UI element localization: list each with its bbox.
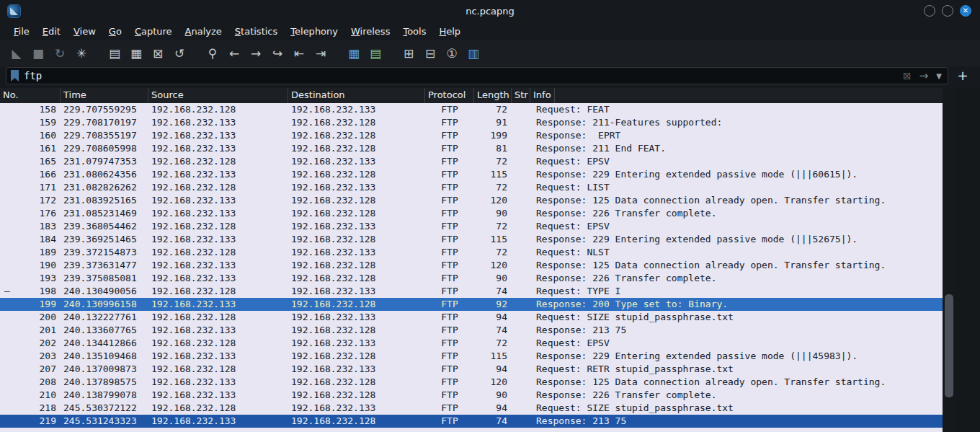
- packet-row[interactable]: 184 239.369251465 192.168.232.133 192.16…: [0, 233, 943, 246]
- column-header-no[interactable]: No.: [0, 88, 61, 103]
- packet-number: 189: [40, 247, 56, 257]
- cell-info: Request: NLST: [530, 246, 610, 259]
- cell-destination: 192.168.232.133: [288, 363, 425, 376]
- packet-row[interactable]: 219 245.531243323 192.168.232.133 192.16…: [0, 415, 943, 428]
- go-last-packet-icon[interactable]: ⇥: [310, 44, 331, 63]
- cell-protocol: FTP: [425, 194, 474, 207]
- zoom-in-icon[interactable]: ⊞: [398, 44, 419, 63]
- packet-row[interactable]: 158 229.707559295 192.168.232.128 192.16…: [0, 103, 943, 116]
- menu-item[interactable]: Telephony: [284, 24, 344, 39]
- cell-info: Request: EPSV: [530, 155, 610, 168]
- packet-row[interactable]: 160 229.708355197 192.168.232.133 192.16…: [0, 129, 943, 142]
- packet-row[interactable]: 176 231.085231469 192.168.232.133 192.16…: [0, 207, 943, 220]
- cell-source: 192.168.232.128: [148, 363, 288, 376]
- cell-length: 94: [474, 311, 512, 324]
- packet-row[interactable]: 161 229.708605998 192.168.232.133 192.16…: [0, 142, 943, 155]
- titlebar: nc.pcapng ✕: [0, 0, 980, 22]
- reload-icon[interactable]: ↺: [169, 44, 190, 63]
- cell-length: 72: [474, 103, 512, 116]
- capture-start-icon[interactable]: ◣: [6, 44, 27, 63]
- file-open-icon[interactable]: ▤: [104, 44, 125, 63]
- packet-row[interactable]: 210 240.138799078 192.168.232.133 192.16…: [0, 389, 943, 402]
- packet-row[interactable]: 165 231.079747353 192.168.232.128 192.16…: [0, 155, 943, 168]
- cell-time: 240.135109468: [61, 350, 148, 363]
- find-packet-icon[interactable]: ⚲: [202, 44, 223, 63]
- cell-destination: 192.168.232.133: [288, 155, 425, 168]
- cell-no: 184: [0, 233, 61, 246]
- cell-info: Response: 125 Data connection already op…: [530, 376, 886, 389]
- apply-filter-icon[interactable]: →: [918, 69, 930, 82]
- auto-scroll-icon[interactable]: ▤: [365, 44, 386, 63]
- column-header-destination[interactable]: Destination: [288, 88, 425, 103]
- add-filter-button[interactable]: +: [954, 67, 971, 84]
- close-button[interactable]: ✕: [960, 5, 971, 17]
- packet-number: 203: [40, 351, 56, 361]
- column-header-length[interactable]: Length: [474, 88, 512, 103]
- packet-row[interactable]: 199 240.130996158 192.168.232.133 192.16…: [0, 298, 943, 311]
- menu-item[interactable]: Help: [432, 24, 467, 39]
- packet-row[interactable]: 172 231.083925165 192.168.232.133 192.16…: [0, 194, 943, 207]
- menu-item[interactable]: Tools: [396, 24, 432, 39]
- column-header-source[interactable]: Source: [148, 88, 288, 103]
- go-back-icon[interactable]: ←: [223, 44, 245, 63]
- bookmark-icon[interactable]: [11, 70, 19, 81]
- menu-item[interactable]: Capture: [128, 24, 179, 39]
- cell-protocol: FTP: [425, 415, 474, 428]
- clear-filter-icon[interactable]: ⊠: [901, 70, 913, 81]
- column-header-time[interactable]: Time: [61, 88, 148, 103]
- column-header-protocol[interactable]: Protocol: [425, 88, 474, 103]
- go-to-packet-icon[interactable]: ↪: [267, 44, 288, 63]
- menu-item[interactable]: Wireless: [344, 24, 396, 39]
- file-save-icon[interactable]: ▦: [125, 44, 147, 63]
- cell-no: 159: [0, 116, 61, 129]
- packet-row[interactable]: 201 240.133607765 192.168.232.133 192.16…: [0, 324, 943, 337]
- capture-options-icon[interactable]: ✳: [71, 44, 92, 63]
- packet-row[interactable]: 218 245.530372122 192.168.232.128 192.16…: [0, 402, 943, 415]
- menu-item[interactable]: Go: [102, 24, 128, 39]
- menu-item[interactable]: File: [7, 24, 36, 39]
- column-header-stream[interactable]: Str: [512, 88, 530, 103]
- packet-row[interactable]: 203 240.135109468 192.168.232.133 192.16…: [0, 350, 943, 363]
- capture-restart-icon[interactable]: ↻: [49, 44, 71, 63]
- file-close-icon[interactable]: ⊠: [147, 44, 169, 63]
- menu-item[interactable]: View: [67, 24, 102, 39]
- column-header-info[interactable]: Info: [530, 88, 555, 103]
- capture-stop-icon[interactable]: ■: [27, 44, 49, 63]
- cell-protocol: FTP: [425, 376, 474, 389]
- packet-row[interactable]: 189 239.372154873 192.168.232.128 192.16…: [0, 246, 943, 259]
- packet-row[interactable]: 166 231.080624356 192.168.232.133 192.16…: [0, 168, 943, 181]
- minimize-button[interactable]: [924, 5, 935, 17]
- zoom-original-icon[interactable]: ①: [441, 44, 463, 63]
- maximize-button[interactable]: [942, 5, 953, 17]
- filter-dropdown-icon[interactable]: ▼: [935, 72, 943, 80]
- zoom-out-icon[interactable]: ⊟: [419, 44, 441, 63]
- packet-row[interactable]: 183 239.368054462 192.168.232.128 192.16…: [0, 220, 943, 233]
- cell-stream: [512, 168, 530, 181]
- go-first-packet-icon[interactable]: ⇤: [288, 44, 310, 63]
- go-forward-icon[interactable]: →: [245, 44, 267, 63]
- packet-row[interactable]: 208 240.137898575 192.168.232.133 192.16…: [0, 376, 943, 389]
- cell-info: Request: EPSV: [530, 337, 610, 350]
- vertical-scrollbar[interactable]: [943, 88, 956, 432]
- cell-stream: [512, 311, 530, 324]
- packet-row[interactable]: –198 240.130490056 192.168.232.128 192.1…: [0, 285, 943, 298]
- scrollbar-thumb[interactable]: [945, 294, 953, 397]
- cell-destination: 192.168.232.128: [288, 194, 425, 207]
- menu-item[interactable]: Edit: [36, 24, 67, 39]
- menu-item[interactable]: Statistics: [228, 24, 284, 39]
- packet-row[interactable]: 159 229.708170197 192.168.232.133 192.16…: [0, 116, 943, 129]
- packet-row[interactable]: 202 240.134412866 192.168.232.128 192.16…: [0, 337, 943, 350]
- display-filter-value[interactable]: ftp: [24, 70, 896, 81]
- menu-item[interactable]: Analyze: [179, 24, 228, 39]
- colorize-icon[interactable]: ▦: [343, 44, 365, 63]
- resize-columns-icon[interactable]: ▥: [463, 44, 484, 63]
- packet-row[interactable]: 171 231.082826262 192.168.232.128 192.16…: [0, 181, 943, 194]
- packet-row[interactable]: 200 240.132227761 192.168.232.128 192.16…: [0, 311, 943, 324]
- display-filter-input[interactable]: ftp ⊠ → ▼: [6, 67, 948, 84]
- cell-protocol: FTP: [425, 272, 474, 285]
- packet-row[interactable]: 193 239.375085081 192.168.232.133 192.16…: [0, 272, 943, 285]
- main-toolbar: ◣■↻✳▤▦⊠↺⚲←→↪⇤⇥▦▤⊞⊟①▥: [0, 40, 980, 66]
- cell-no: 199: [0, 298, 61, 311]
- packet-row[interactable]: 190 239.373631477 192.168.232.133 192.16…: [0, 259, 943, 272]
- packet-row[interactable]: 207 240.137009873 192.168.232.128 192.16…: [0, 363, 943, 376]
